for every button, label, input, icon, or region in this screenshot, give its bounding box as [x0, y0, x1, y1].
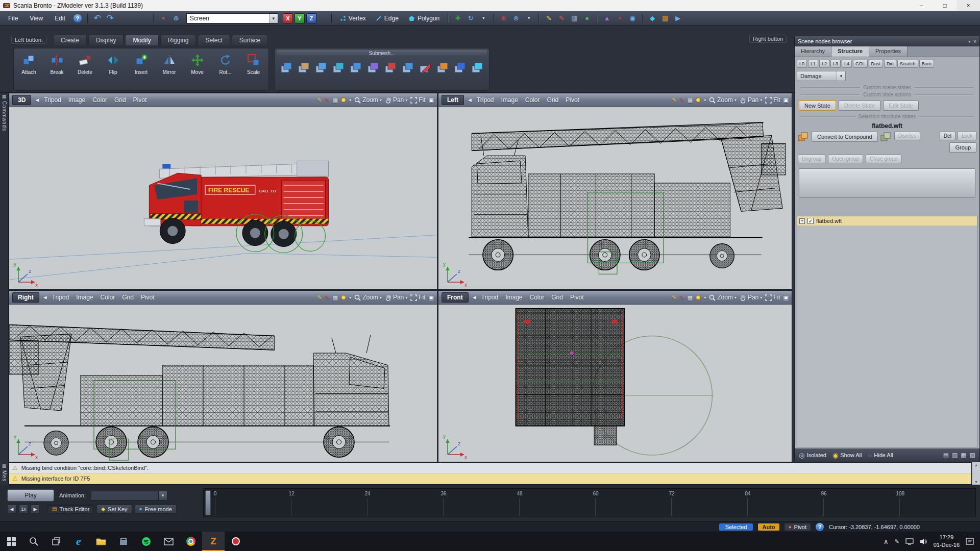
collapse-arrow-icon[interactable]: ◀	[43, 295, 47, 300]
action-center-icon[interactable]	[966, 538, 974, 545]
grid-icon[interactable]: ▦	[688, 97, 693, 103]
scroll-up-icon[interactable]: ▲	[974, 463, 978, 467]
submesh-tool-icon[interactable]	[400, 60, 415, 81]
pan-button[interactable]: Pan▾	[385, 96, 407, 104]
collapse-arrow-icon[interactable]: ◀	[473, 295, 476, 300]
submesh-tool-icon[interactable]	[383, 60, 398, 81]
ungroup-button[interactable]: Ungroup	[798, 155, 825, 163]
paint-tool-icon[interactable]: ✎	[556, 13, 567, 24]
pen-icon[interactable]: ✎	[317, 295, 322, 300]
tray-pen-icon[interactable]: ✎	[894, 539, 899, 544]
menu-file[interactable]: File	[3, 13, 23, 24]
paint-tool-icon[interactable]: ✎	[543, 13, 554, 24]
damage-dropdown[interactable]: Damage ▾	[797, 71, 846, 81]
menu-view[interactable]: View	[24, 13, 48, 24]
maximize-viewport-icon[interactable]: ▣	[429, 295, 434, 300]
submesh-caption[interactable]: Submesh...	[277, 50, 487, 57]
help-icon[interactable]: ?	[74, 14, 82, 22]
maximize-viewport-icon[interactable]: ▣	[783, 295, 789, 300]
menu-edit[interactable]: Edit	[50, 13, 70, 24]
close-panel-icon[interactable]: ×	[973, 39, 976, 44]
submesh-tool-icon[interactable]	[452, 60, 468, 81]
lighting-dropdown-icon[interactable]: ▾	[704, 295, 706, 300]
pan-button[interactable]: Pan▾	[740, 294, 762, 301]
auto-badge[interactable]: Auto	[758, 523, 779, 531]
play-button[interactable]: Play	[7, 489, 54, 502]
tab-select[interactable]: Select	[198, 35, 230, 45]
break-button[interactable]: Break	[43, 49, 71, 89]
lock-button[interactable]: Lock	[958, 132, 976, 140]
list-view-icon[interactable]: ▤	[943, 452, 949, 459]
toolbar-icon[interactable]: ▲	[601, 13, 612, 24]
network-icon[interactable]	[905, 538, 914, 545]
show-all-button[interactable]: ◉Show All	[832, 452, 862, 459]
viewport-menu-item[interactable]: Pivot	[565, 95, 580, 105]
pan-button[interactable]: Pan▾	[740, 96, 762, 104]
open-group-button[interactable]: Open group	[828, 155, 863, 163]
tree-row[interactable]: + ✓ flatbed.wft	[797, 216, 977, 226]
submesh-tool-icon[interactable]	[435, 60, 450, 81]
message-row[interactable]: ⚠ Missing bind condition "core::bind::CS…	[9, 463, 971, 473]
damage-dropdown-icon[interactable]: ▾	[837, 71, 845, 81]
lighting-dropdown-icon[interactable]: ▾	[704, 98, 706, 103]
lod-button[interactable]: Scratch	[897, 60, 918, 68]
move-tool-icon[interactable]: ✚	[452, 13, 463, 24]
list-view-icon[interactable]: ▦	[961, 452, 966, 459]
toolbar-icon[interactable]: ▶	[672, 13, 683, 24]
tab-display[interactable]: Display	[88, 35, 124, 45]
viewport-menu-item[interactable]: Pivot	[132, 95, 148, 105]
recorder-taskbar-button[interactable]	[225, 532, 247, 551]
track-editor-button[interactable]: ▤Track Editor	[47, 505, 94, 514]
lighting-icon[interactable]	[696, 97, 701, 103]
edge-mode-button[interactable]: Edge	[372, 13, 403, 23]
scene-tree[interactable]: + ✓ flatbed.wft	[797, 216, 977, 447]
render-mode-combo[interactable]: Screen ▾	[186, 13, 278, 23]
viewport-name[interactable]: Front	[442, 292, 469, 303]
edge-taskbar-button[interactable]: e	[67, 532, 90, 551]
tab-structure[interactable]: Structure	[831, 46, 869, 57]
scroll-down-icon[interactable]: ▼	[974, 480, 978, 484]
tab-hierarchy[interactable]: Hierarchy	[795, 46, 831, 57]
lod-button[interactable]: L3	[830, 60, 841, 68]
lighting-icon[interactable]	[341, 295, 346, 300]
toolbar-icon[interactable]: ⊕	[498, 13, 509, 24]
toolbar-icon[interactable]: ◉	[627, 13, 638, 24]
tab-properties[interactable]: Properties	[869, 46, 908, 57]
grid-icon[interactable]: ▦	[688, 295, 693, 300]
fit-button[interactable]: Fit	[410, 294, 425, 301]
rotate-tool-icon[interactable]: ↻	[465, 13, 476, 24]
message-scrollbar[interactable]: ▲ ▼	[972, 462, 980, 485]
pen-icon[interactable]: ✎	[325, 295, 330, 300]
viewport-menu-item[interactable]: Image	[504, 293, 523, 302]
search-button[interactable]	[22, 532, 45, 551]
pen-icon[interactable]: ✎	[680, 295, 684, 300]
viewport-menu-item[interactable]: Tripod	[43, 95, 62, 105]
tree-item-label[interactable]: flatbed.wft	[816, 218, 842, 224]
scale-button[interactable]: Scale	[239, 49, 267, 89]
lighting-dropdown-icon[interactable]: ▾	[349, 295, 351, 300]
viewport-menu-item[interactable]: Image	[75, 293, 94, 302]
commands-strip-icon[interactable]: ▦	[2, 94, 7, 99]
delete-tool-icon[interactable]: ×	[158, 13, 169, 24]
toolbar-icon[interactable]: ▦	[659, 13, 671, 24]
axis-x-button[interactable]: X	[283, 13, 293, 23]
fit-button[interactable]: Fit	[410, 96, 425, 104]
dot-tool-icon[interactable]: ●	[581, 13, 593, 24]
tool-dropdown-icon[interactable]: ▾	[478, 13, 489, 24]
viewport-menu-item[interactable]: Color	[91, 95, 108, 105]
submesh-tool-icon[interactable]	[313, 60, 329, 81]
lighting-icon[interactable]	[341, 97, 346, 103]
isolated-button[interactable]: ◎Isolated	[799, 452, 826, 459]
zoom-button[interactable]: Zoom▾	[354, 96, 382, 104]
dismiss-button[interactable]: Dismiss	[894, 132, 920, 140]
delete-button[interactable]: Delete	[71, 49, 99, 89]
viewport-menu-item[interactable]: Tripod	[51, 293, 70, 302]
viewport-3d-canvas[interactable]: FIRE RESCUE CALL 111 y x z	[9, 107, 437, 289]
lighting-icon[interactable]	[696, 295, 701, 300]
pin-panel-icon[interactable]: ▪	[969, 39, 971, 44]
lod-button[interactable]: COL	[853, 60, 868, 68]
insert-button[interactable]: Insert	[127, 49, 155, 89]
custom-states-list[interactable]	[799, 168, 975, 198]
lod-button[interactable]: L4	[842, 60, 852, 68]
tool-dropdown-icon[interactable]: ▾	[523, 13, 534, 24]
